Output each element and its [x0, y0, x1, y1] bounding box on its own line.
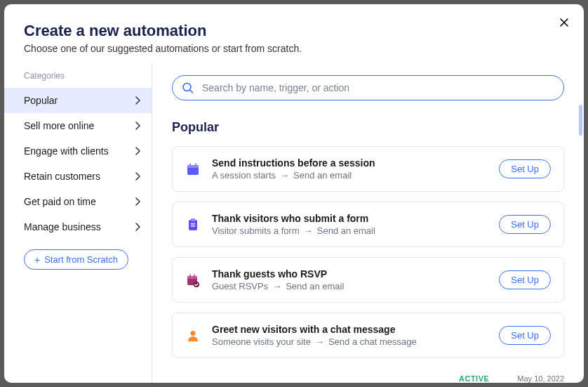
svg-line-1: [190, 90, 193, 93]
svg-rect-4: [189, 163, 191, 166]
sidebar-item-label: Get paid on time: [24, 196, 96, 207]
chevron-right-icon: [135, 122, 140, 130]
chevron-right-icon: [135, 172, 140, 181]
svg-rect-5: [195, 163, 196, 166]
search-icon: [182, 82, 194, 94]
card-body: Thank guests who RSVP Guest RSVPs → Send…: [212, 268, 488, 291]
card-action: Send a chat message: [328, 336, 417, 347]
calendar-icon: [185, 162, 201, 177]
main-panel: Popular Send instructions before a sessi…: [152, 63, 584, 383]
sidebar-item-label: Sell more online: [24, 120, 94, 131]
setup-button[interactable]: Set Up: [499, 326, 551, 345]
arrow-right-icon: →: [304, 225, 313, 236]
svg-rect-6: [189, 220, 197, 230]
section-title: Popular: [172, 120, 564, 135]
automation-card: Thank guests who RSVP Guest RSVPs → Send…: [172, 257, 564, 303]
svg-rect-12: [189, 274, 191, 277]
sidebar-item-sell-more-online[interactable]: Sell more online: [4, 113, 152, 138]
chevron-right-icon: [135, 197, 140, 206]
start-from-scratch-button[interactable]: + Start from Scratch: [24, 249, 128, 270]
svg-point-14: [194, 282, 199, 287]
card-body: Send instructions before a session A ses…: [212, 157, 488, 181]
card-body: Greet new visitors with a chat message S…: [212, 324, 488, 347]
card-action: Send an email: [317, 225, 375, 236]
scratch-wrap: + Start from Scratch: [4, 240, 152, 280]
arrow-right-icon: →: [315, 336, 324, 347]
setup-button[interactable]: Set Up: [499, 215, 551, 234]
chevron-right-icon: [135, 96, 140, 105]
automation-card: Thank visitors who submit a form Visitor…: [172, 202, 564, 247]
sidebar-item-retain-customers[interactable]: Retain customers: [4, 164, 152, 189]
card-trigger: A session starts: [212, 170, 276, 181]
svg-rect-8: [191, 223, 195, 225]
arrow-right-icon: →: [272, 281, 281, 291]
close-icon: [559, 17, 570, 28]
svg-rect-7: [191, 218, 195, 221]
sidebar-item-label: Popular: [24, 95, 58, 106]
calendar-check-icon: [185, 273, 201, 288]
card-flow: Guest RSVPs → Send an email: [212, 281, 488, 291]
clipboard-icon: [185, 217, 201, 232]
sidebar-item-label: Retain customers: [24, 171, 100, 182]
svg-point-15: [191, 331, 196, 336]
sidebar: Categories Popular Sell more online Enga…: [4, 63, 152, 383]
card-action: Send an email: [286, 281, 344, 291]
card-body: Thank visitors who submit a form Visitor…: [212, 213, 488, 236]
sidebar-item-get-paid-on-time[interactable]: Get paid on time: [4, 189, 152, 214]
setup-button[interactable]: Set Up: [499, 270, 551, 289]
card-flow: Someone visits your site → Send a chat m…: [212, 336, 488, 347]
svg-rect-3: [187, 165, 199, 168]
modal-title: Create a new automation: [24, 22, 564, 40]
categories-label: Categories: [4, 71, 152, 88]
svg-rect-9: [191, 225, 195, 227]
card-flow: A session starts → Send an email: [212, 170, 488, 181]
modal-body: Categories Popular Sell more online Enga…: [4, 63, 584, 383]
card-flow: Visitor submits a form → Send an email: [212, 225, 488, 236]
setup-button[interactable]: Set Up: [499, 159, 551, 178]
chevron-right-icon: [135, 223, 140, 231]
automation-card: Send instructions before a session A ses…: [172, 146, 564, 192]
card-action: Send an email: [293, 170, 352, 181]
sidebar-item-popular[interactable]: Popular: [4, 88, 152, 113]
sidebar-item-label: Engage with clients: [24, 145, 109, 157]
arrow-right-icon: →: [280, 170, 289, 181]
sidebar-item-manage-business[interactable]: Manage business: [4, 214, 152, 240]
search-input[interactable]: [172, 75, 564, 100]
card-trigger: Visitor submits a form: [212, 225, 300, 236]
card-title: Thank visitors who submit a form: [212, 213, 488, 224]
sidebar-item-engage-with-clients[interactable]: Engage with clients: [4, 138, 152, 164]
sidebar-item-label: Manage business: [24, 221, 101, 232]
card-title: Greet new visitors with a chat message: [212, 324, 488, 335]
modal-subtitle: Choose one of our suggested automations …: [24, 43, 564, 54]
svg-rect-11: [187, 276, 197, 279]
person-icon: [185, 328, 201, 343]
card-trigger: Guest RSVPs: [212, 281, 268, 291]
scrollbar-thumb[interactable]: [579, 105, 582, 136]
search-wrap: [172, 75, 564, 100]
card-title: Send instructions before a session: [212, 157, 488, 169]
plus-icon: +: [34, 255, 40, 265]
svg-rect-13: [194, 274, 195, 277]
modal-header: Create a new automation Choose one of ou…: [4, 4, 584, 63]
automation-modal: Create a new automation Choose one of ou…: [4, 4, 584, 383]
close-button[interactable]: [559, 17, 571, 29]
automation-card: Greet new visitors with a chat message S…: [172, 313, 564, 358]
card-trigger: Someone visits your site: [212, 336, 311, 347]
card-title: Thank guests who RSVP: [212, 268, 488, 280]
chevron-right-icon: [135, 147, 140, 155]
scratch-label: Start from Scratch: [44, 254, 118, 265]
